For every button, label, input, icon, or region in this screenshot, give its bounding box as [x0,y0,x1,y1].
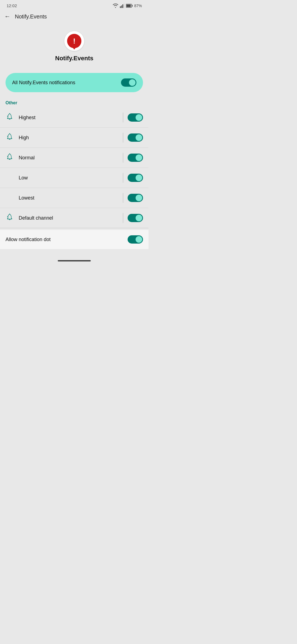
toggle-thumb [136,154,142,161]
battery-icon [126,4,133,8]
battery-percent: 87% [134,4,142,8]
toggle-thumb [136,236,142,243]
list-item[interactable]: Lowest [0,188,148,208]
divider [123,173,123,183]
svg-rect-3 [123,4,124,8]
allow-dot-row[interactable]: Allow notification dot [0,230,148,249]
divider [123,113,123,122]
divider [123,133,123,143]
top-bar-title: Notify.Events [15,13,47,20]
divider [123,213,123,223]
allow-dot-section: Allow notification dot [0,230,148,249]
home-indicator [58,260,91,261]
toggle-highest[interactable] [128,113,143,122]
notif-label-normal: Normal [19,155,119,161]
svg-rect-6 [126,4,131,7]
toggle-track [128,194,143,202]
bell-icon-highest [6,113,14,122]
app-icon-exclaim: ! [73,37,76,45]
toggle-allow-dot[interactable] [128,235,143,244]
bell-icon-default [6,214,14,222]
app-icon-inner: ! [67,34,81,48]
svg-rect-1 [121,6,122,8]
toggle-default-channel[interactable] [128,214,143,222]
status-icons: 87% [113,4,142,8]
svg-rect-0 [120,6,121,8]
list-item[interactable]: Normal [0,148,148,168]
top-bar: ← Notify.Events [0,10,148,23]
all-notifications-row[interactable]: All Notify.Events notifications [6,73,143,92]
other-section-header: Other [0,95,148,108]
notif-label-high: High [19,135,119,141]
bell-icon-high [6,133,14,142]
toggle-track [121,78,136,87]
app-icon: ! [64,31,84,51]
app-icon-section: ! Notify.Events [0,23,148,67]
back-button[interactable]: ← [4,13,10,20]
toggle-track [128,133,143,142]
toggle-normal[interactable] [128,154,143,162]
notif-label-highest: Highest [19,115,119,121]
list-item[interactable]: Highest [0,108,148,128]
notif-label-default-channel: Default channel [19,215,119,221]
bell-icon-normal [6,153,14,162]
toggle-thumb [136,195,142,201]
status-bar: 12:02 87% [0,0,148,10]
svg-rect-5 [132,5,133,7]
toggle-track [128,154,143,162]
toggle-low[interactable] [128,174,143,182]
toggle-thumb [136,215,142,221]
app-name: Notify.Events [55,55,94,62]
allow-dot-label: Allow notification dot [6,237,128,242]
toggle-track [128,214,143,222]
divider [123,193,123,203]
notif-label-low: Low [19,175,119,181]
toggle-thumb [129,79,136,86]
all-notifications-label: All Notify.Events notifications [12,80,75,86]
toggle-track [128,113,143,122]
notif-label-lowest: Lowest [19,195,119,201]
status-time: 12:02 [7,3,17,8]
toggle-lowest[interactable] [128,194,143,202]
svg-rect-2 [122,4,123,8]
list-item[interactable]: High [0,128,148,148]
all-notifications-toggle[interactable] [121,78,136,87]
toggle-track [128,174,143,182]
toggle-thumb [136,174,142,181]
toggle-track [128,235,143,244]
divider [123,153,123,163]
list-item[interactable]: Low [0,168,148,188]
notification-list: Highest High [0,108,148,228]
toggle-thumb [136,134,142,141]
toggle-high[interactable] [128,133,143,142]
wifi-icon [113,4,118,8]
list-item[interactable]: Default channel [0,208,148,228]
toggle-thumb [136,114,142,121]
signal-icon [120,4,124,8]
bottom-bar [0,249,148,267]
